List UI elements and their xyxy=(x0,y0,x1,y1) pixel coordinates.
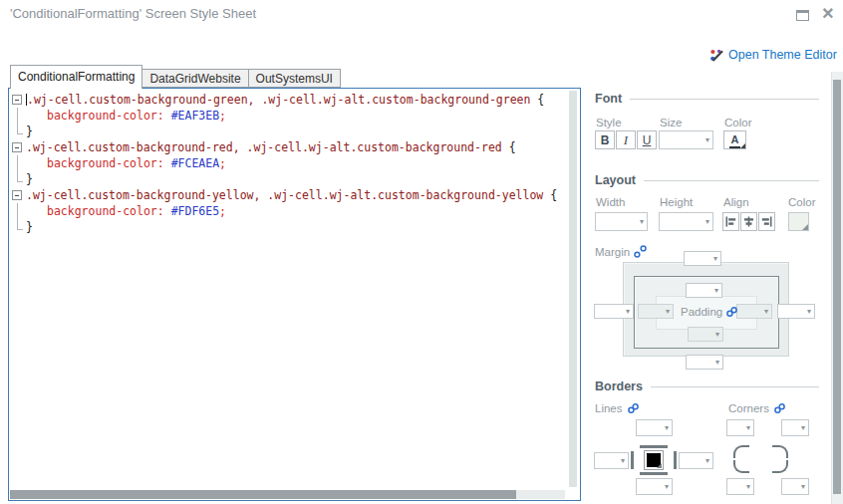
lines-label-row: Lines xyxy=(595,402,640,414)
font-section-title: Font xyxy=(595,92,622,106)
close-icon[interactable]: × xyxy=(822,0,834,26)
padding-bottom-select[interactable] xyxy=(688,327,723,342)
lines-label: Lines xyxy=(595,402,623,414)
corner-top-right-select[interactable] xyxy=(781,419,809,436)
border-left-select[interactable] xyxy=(594,452,629,469)
fold-guide-line xyxy=(9,203,26,219)
font-color-button[interactable]: A xyxy=(723,130,746,149)
code-text: } xyxy=(26,219,580,235)
code-text: background-color: #FDF6E5; xyxy=(26,203,580,219)
tab-datagridwebsite[interactable]: DataGridWebsite xyxy=(142,69,248,88)
margin-left-select[interactable] xyxy=(594,304,634,319)
corner-bottom-right-arc xyxy=(772,460,788,473)
fold-collapse-icon[interactable] xyxy=(9,187,26,203)
layout-section-title: Layout xyxy=(595,173,636,187)
align-left-icon xyxy=(725,216,736,227)
border-right-bar xyxy=(674,451,677,469)
border-bottom-bar xyxy=(640,472,668,475)
code-token: .wj-cell.custom-background-green, .wj-ce… xyxy=(27,93,530,107)
editor-vertical-scrollbar[interactable] xyxy=(569,91,577,487)
code-token: { xyxy=(543,188,557,202)
padding-label: Padding xyxy=(681,306,722,318)
style-label: Style xyxy=(596,117,622,128)
code-line[interactable]: } xyxy=(9,124,580,139)
bold-button[interactable]: B xyxy=(595,130,615,149)
font-style-group: B I U xyxy=(595,130,657,149)
chain-icon[interactable] xyxy=(773,402,786,414)
code-line[interactable]: .wj-cell.custom-background-green, .wj-ce… xyxy=(9,92,580,108)
align-group xyxy=(722,212,775,231)
code-token: #EAF3EB xyxy=(171,109,219,123)
fold-guide-line xyxy=(9,219,26,235)
width-select[interactable] xyxy=(595,212,648,231)
code-line[interactable]: background-color: #FDF6E5; xyxy=(9,203,580,219)
margin-right-select[interactable] xyxy=(777,304,815,319)
fold-guide-line xyxy=(9,171,26,187)
code-token: { xyxy=(530,93,544,107)
margin-label: Margin xyxy=(595,246,630,258)
tab-outsystemsui[interactable]: OutSystemsUI xyxy=(249,69,341,88)
background-color-swatch[interactable] xyxy=(788,212,809,231)
italic-button[interactable]: I xyxy=(616,130,636,149)
underline-button[interactable]: U xyxy=(637,130,657,149)
corner-bottom-right-select[interactable] xyxy=(781,478,809,495)
corner-bottom-left-select[interactable] xyxy=(726,478,754,495)
align-right-icon xyxy=(761,216,772,227)
maximize-icon[interactable] xyxy=(796,10,809,21)
tab-conditionalformatting[interactable]: ConditionalFormatting xyxy=(10,65,142,89)
align-center-button[interactable] xyxy=(740,212,757,231)
code-token xyxy=(164,109,171,123)
fold-collapse-icon[interactable] xyxy=(9,92,26,108)
corners-label: Corners xyxy=(728,402,769,414)
css-code-editor[interactable]: .wj-cell.custom-background-green, .wj-ce… xyxy=(8,88,581,501)
panel-scrollbar-thumb[interactable] xyxy=(833,80,841,494)
align-left-button[interactable] xyxy=(722,212,739,231)
border-bottom-select[interactable] xyxy=(636,478,673,495)
code-token: ; xyxy=(219,156,226,170)
code-token: ; xyxy=(219,109,226,123)
border-right-select[interactable] xyxy=(679,452,713,469)
code-line[interactable]: } xyxy=(9,219,580,235)
corner-top-left-arc xyxy=(733,445,749,458)
code-token: } xyxy=(26,220,33,234)
padding-right-select[interactable] xyxy=(736,304,772,319)
font-size-select[interactable] xyxy=(659,130,713,149)
code-token: ; xyxy=(219,204,226,218)
fold-guide-line xyxy=(9,124,26,139)
code-line[interactable]: .wj-cell.custom-background-red, .wj-cell… xyxy=(9,139,580,155)
code-line[interactable]: .wj-cell.custom-background-yellow, .wj-c… xyxy=(9,187,580,203)
border-top-select[interactable] xyxy=(636,419,673,436)
corners-preview xyxy=(733,445,788,473)
margin-label-row: Margin xyxy=(595,245,647,258)
height-select[interactable] xyxy=(659,212,713,231)
code-line[interactable]: background-color: #FCEAEA; xyxy=(9,155,580,171)
border-color-ink xyxy=(647,453,661,467)
border-preview xyxy=(631,445,677,475)
corner-top-left-select[interactable] xyxy=(726,419,754,436)
padding-left-select[interactable] xyxy=(638,304,674,319)
padding-label-row: Padding xyxy=(681,304,738,319)
chain-icon[interactable] xyxy=(725,306,738,318)
dialog-title: 'ConditionalFormatting' Screen Style She… xyxy=(10,6,256,21)
open-theme-editor-link[interactable]: Open Theme Editor xyxy=(709,48,837,62)
size-label: Size xyxy=(660,117,682,128)
margin-bottom-select[interactable] xyxy=(686,355,723,370)
border-color-swatch[interactable] xyxy=(644,450,664,470)
code-token: .wj-cell.custom-background-yellow, .wj-c… xyxy=(26,188,543,202)
broken-chain-icon[interactable] xyxy=(634,245,647,258)
code-token xyxy=(164,156,171,170)
open-theme-editor-label: Open Theme Editor xyxy=(728,48,837,62)
margin-top-select[interactable] xyxy=(684,251,721,266)
padding-top-select[interactable] xyxy=(686,283,722,298)
code-text: background-color: #EAF3EB; xyxy=(26,108,580,124)
corners-label-row: Corners xyxy=(728,402,786,414)
code-text: .wj-cell.custom-background-red, .wj-cell… xyxy=(26,139,580,155)
align-right-button[interactable] xyxy=(758,212,775,231)
editor-horizontal-scrollbar-thumb[interactable] xyxy=(10,490,516,499)
chain-icon[interactable] xyxy=(627,402,640,414)
align-label: Align xyxy=(723,196,749,208)
fold-collapse-icon[interactable] xyxy=(9,139,26,155)
code-line[interactable]: background-color: #EAF3EB; xyxy=(9,108,580,124)
font-color-bar xyxy=(729,146,740,148)
code-line[interactable]: } xyxy=(9,171,580,187)
